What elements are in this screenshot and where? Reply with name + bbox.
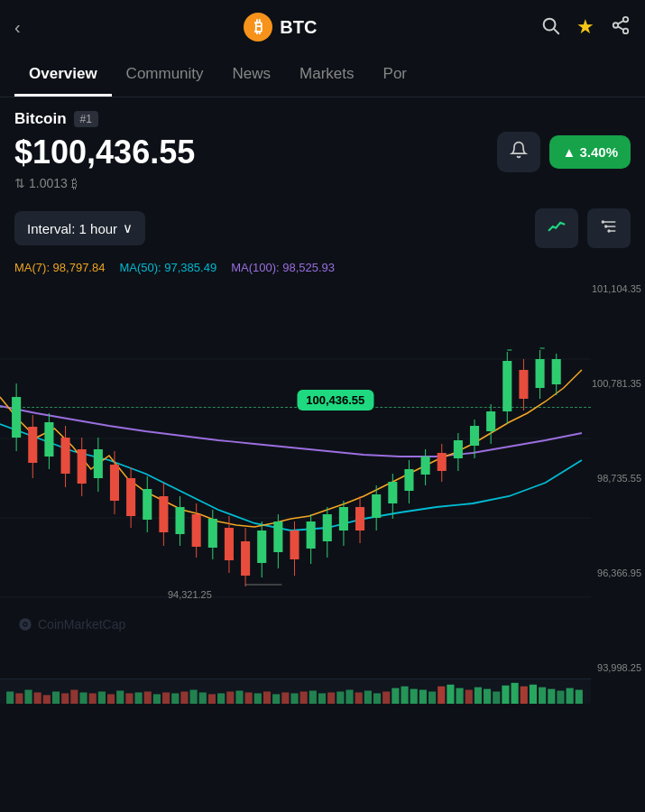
svg-rect-37: [159, 496, 168, 532]
price-section: Bitcoin #1 $100,436.55 ▲ 3.40% ⇅ 1.0013 …: [0, 97, 645, 199]
svg-rect-130: [364, 691, 372, 704]
svg-rect-111: [190, 690, 198, 704]
back-button[interactable]: ‹: [14, 17, 21, 38]
svg-rect-75: [470, 426, 479, 446]
svg-rect-94: [34, 692, 41, 704]
btc-conversion: ⇅ 1.0013 ₿: [14, 176, 631, 190]
svg-rect-91: [6, 692, 14, 705]
low-price-label: 94,321.25: [168, 589, 212, 600]
price-row: $100,436.55 ▲ 3.40%: [14, 132, 631, 172]
ma50-indicator: MA(50): 97,385.49: [119, 261, 217, 274]
svg-rect-106: [144, 692, 152, 705]
svg-rect-67: [404, 469, 413, 491]
svg-rect-65: [388, 482, 397, 503]
favorite-icon[interactable]: ★: [576, 15, 594, 39]
svg-rect-108: [162, 692, 170, 704]
alert-button[interactable]: [497, 132, 540, 172]
svg-rect-71: [438, 453, 447, 471]
svg-rect-61: [355, 507, 364, 531]
svg-rect-139: [447, 685, 454, 704]
svg-rect-31: [110, 465, 119, 501]
svg-point-11: [602, 220, 604, 223]
ma100-indicator: MA(100): 98,525.93: [231, 261, 335, 274]
svg-rect-150: [548, 689, 555, 704]
svg-rect-134: [401, 687, 408, 704]
price-label-2: 100,781.35: [591, 378, 645, 389]
svg-rect-97: [61, 693, 69, 704]
tab-portfolio[interactable]: Por: [369, 54, 421, 97]
svg-rect-131: [373, 693, 381, 704]
svg-rect-128: [346, 690, 353, 704]
tab-markets[interactable]: Markets: [285, 54, 368, 97]
svg-rect-133: [392, 688, 399, 704]
dropdown-icon: ∨: [123, 220, 133, 236]
svg-line-6: [618, 20, 623, 23]
svg-rect-73: [454, 440, 463, 458]
svg-rect-29: [94, 449, 103, 478]
svg-rect-105: [134, 692, 142, 704]
svg-rect-101: [98, 692, 106, 705]
svg-rect-95: [43, 695, 51, 704]
svg-rect-146: [511, 683, 519, 704]
search-icon[interactable]: [540, 15, 560, 40]
svg-rect-51: [273, 521, 282, 552]
price-axis: 101,104.35 100,781.35 98,735.55 96,366.9…: [591, 280, 645, 677]
svg-rect-98: [70, 690, 78, 704]
svg-rect-148: [530, 685, 537, 704]
svg-rect-138: [438, 687, 445, 704]
header-right: ★: [540, 15, 631, 40]
ma7-indicator: MA(7): 98,797.84: [14, 261, 105, 274]
svg-point-12: [604, 225, 607, 227]
svg-rect-103: [116, 691, 124, 704]
svg-rect-122: [290, 693, 298, 704]
coin-name: Bitcoin: [14, 110, 67, 128]
header-center: ₿ BTC: [21, 13, 540, 42]
svg-rect-25: [61, 438, 70, 474]
header-left: ‹: [14, 17, 21, 38]
svg-line-1: [554, 29, 558, 33]
svg-rect-151: [557, 691, 564, 704]
svg-rect-125: [318, 693, 326, 704]
svg-rect-126: [327, 692, 335, 704]
chart-right-buttons: [535, 208, 631, 248]
svg-point-13: [607, 229, 610, 232]
share-icon[interactable]: [611, 15, 631, 40]
svg-rect-109: [171, 693, 179, 704]
btc-conversion-value: 1.0013 ₿: [29, 176, 78, 190]
svg-rect-45: [225, 528, 234, 560]
svg-rect-53: [290, 531, 299, 559]
price-label-1: 101,104.35: [591, 283, 645, 294]
price-chart[interactable]: 101,104.35 100,781.35 98,735.55 96,366.9…: [0, 280, 645, 704]
chart-watermark: CoinMarketCap: [18, 617, 125, 632]
rank-badge: #1: [74, 111, 98, 127]
svg-rect-117: [245, 692, 253, 704]
svg-rect-140: [456, 688, 464, 704]
svg-rect-27: [78, 449, 87, 484]
tab-community[interactable]: Community: [112, 54, 218, 97]
svg-rect-110: [180, 692, 188, 705]
tab-news[interactable]: News: [218, 54, 286, 97]
svg-rect-120: [272, 694, 280, 704]
chart-type-button[interactable]: [535, 208, 578, 248]
svg-rect-81: [519, 370, 528, 399]
svg-rect-141: [465, 690, 473, 704]
interval-selector[interactable]: Interval: 1 hour ∨: [14, 211, 145, 245]
interval-label: Interval: 1 hour: [27, 221, 117, 236]
svg-rect-19: [12, 397, 21, 438]
svg-rect-33: [126, 478, 135, 516]
svg-rect-99: [79, 692, 87, 704]
svg-rect-23: [44, 422, 53, 457]
tab-overview[interactable]: Overview: [14, 54, 112, 97]
svg-rect-63: [372, 494, 381, 518]
svg-point-90: [24, 623, 27, 626]
svg-rect-119: [263, 692, 271, 705]
svg-rect-77: [486, 411, 495, 431]
price-label-4: 96,366.95: [591, 567, 645, 578]
volume-chart: [0, 678, 591, 704]
svg-rect-49: [257, 531, 266, 563]
svg-rect-115: [226, 692, 234, 705]
svg-rect-55: [307, 521, 316, 549]
svg-rect-142: [475, 687, 482, 704]
chart-filter-button[interactable]: [587, 208, 631, 248]
chart-controls: Interval: 1 hour ∨: [0, 199, 645, 257]
